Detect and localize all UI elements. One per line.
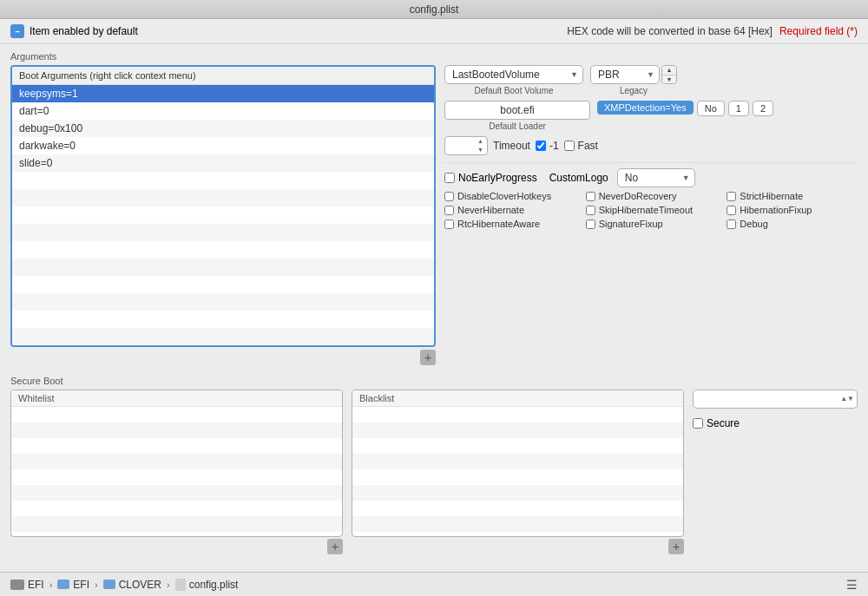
hibernation-fixup-label[interactable]: HibernationFixup: [727, 205, 858, 215]
strict-hibernate-checkbox[interactable]: [727, 192, 736, 201]
list-row: [11, 438, 342, 454]
hibernation-fixup-checkbox[interactable]: [727, 206, 736, 215]
xmp-no-option[interactable]: No: [697, 101, 725, 116]
breadcrumb-clover: CLOVER: [103, 579, 161, 591]
loader-row: Default Loader XMPDetection=Yes No 1 2: [444, 101, 858, 131]
legacy-stepper-up[interactable]: ▲: [662, 66, 676, 75]
breadcrumb-config: config.plist: [175, 579, 239, 591]
fast-label[interactable]: Fast: [564, 140, 598, 152]
breadcrumb-sep-1: ›: [49, 580, 53, 590]
secure-boot-section: Secure Boot Whitelist: [10, 376, 858, 554]
title-bar: config.plist: [0, 0, 868, 19]
file-config-icon: [175, 579, 186, 591]
list-item: [12, 259, 434, 276]
timeout-up[interactable]: ▲: [477, 137, 483, 146]
legacy-select[interactable]: PBR: [590, 65, 660, 84]
strict-hibernate-label[interactable]: StrictHibernate: [727, 191, 858, 201]
bottom-bar-right: ☰: [846, 578, 858, 592]
boot-volume-row: LastBootedVolume Default Boot Volume PBR: [444, 65, 858, 95]
signature-fixup-label[interactable]: SignatureFixup: [586, 219, 717, 229]
legacy-select-wrapper[interactable]: PBR: [590, 65, 660, 84]
window-title: config.plist: [410, 3, 459, 16]
list-item[interactable]: slide=0: [12, 154, 434, 172]
debug-checkbox[interactable]: [727, 219, 736, 229]
breadcrumb-sep-2: ›: [95, 580, 98, 590]
secure-select-wrapper[interactable]: [693, 390, 858, 409]
list-item: [12, 189, 434, 206]
list-row: [352, 422, 683, 438]
signature-fixup-checkbox[interactable]: [586, 219, 595, 229]
boot-args-list[interactable]: Boot Arguments (right click context menu…: [10, 65, 436, 347]
boot-volume-select-wrapper[interactable]: LastBootedVolume: [444, 65, 583, 84]
default-loader-container: Default Loader: [444, 101, 590, 131]
breadcrumb-config-label: config.plist: [189, 579, 239, 591]
xmp-1-option[interactable]: 1: [728, 101, 749, 116]
options-grid: DisableCloverHotkeys NeverDoRecovery Str…: [444, 191, 858, 229]
add-boot-arg-button[interactable]: +: [420, 350, 436, 365]
rtc-hibernate-aware-checkbox[interactable]: [444, 219, 454, 229]
boot-volume-select[interactable]: LastBootedVolume: [444, 65, 583, 84]
list-item: [12, 206, 434, 224]
drive-icon: [10, 580, 24, 590]
custom-logo-select-wrapper[interactable]: No: [617, 168, 695, 187]
never-hibernate-checkbox[interactable]: [444, 206, 454, 215]
disable-clover-hotkeys-label[interactable]: DisableCloverHotkeys: [444, 191, 575, 201]
breadcrumb-efi-folder: EFI: [57, 579, 89, 591]
custom-logo-select[interactable]: No: [617, 168, 695, 187]
rtc-hibernate-aware-label[interactable]: RtcHibernateAware: [444, 219, 575, 229]
legacy-stepper[interactable]: ▲ ▼: [661, 65, 677, 84]
disable-clover-hotkeys-checkbox[interactable]: [444, 192, 454, 201]
no-early-progress-checkbox[interactable]: [444, 173, 455, 183]
list-item: [12, 241, 434, 259]
list-item[interactable]: dart=0: [12, 102, 434, 120]
item-enabled-label: Item enabled by default: [30, 25, 138, 37]
skip-hibernate-timeout-label[interactable]: SkipHibernateTimeout: [586, 205, 717, 215]
fast-checkbox[interactable]: [564, 141, 575, 151]
item-enabled-icon[interactable]: –: [10, 24, 24, 38]
never-do-recovery-label[interactable]: NeverDoRecovery: [586, 191, 717, 201]
legacy-stepper-down[interactable]: ▼: [662, 75, 676, 84]
add-whitelist-button[interactable]: +: [327, 539, 343, 554]
timeout-input[interactable]: [449, 140, 470, 152]
boot-args-container: Boot Arguments (right click context menu…: [10, 65, 436, 365]
secure-checkbox[interactable]: [693, 418, 703, 429]
blacklist-footer: +: [352, 537, 684, 554]
secure-dropdown[interactable]: [693, 390, 858, 409]
never-hibernate-label[interactable]: NeverHibernate: [444, 205, 575, 215]
list-row: [352, 454, 683, 469]
whitelist-box[interactable]: Whitelist: [10, 390, 343, 537]
skip-hibernate-timeout-checkbox[interactable]: [586, 206, 595, 215]
xmp-2-option[interactable]: 2: [753, 101, 773, 116]
never-do-recovery-checkbox[interactable]: [586, 192, 595, 201]
list-item[interactable]: keepsyms=1: [12, 85, 434, 102]
secure-checkbox-label[interactable]: Secure: [693, 417, 858, 429]
add-blacklist-button[interactable]: +: [668, 539, 684, 554]
xmp-detection-button[interactable]: XMPDetection=Yes: [597, 101, 694, 115]
xmp-row: XMPDetection=Yes No 1 2: [597, 101, 773, 116]
boot-volume-container: LastBootedVolume Default Boot Volume: [444, 65, 583, 95]
hex-note: HEX code will be converted in base 64 [H…: [567, 25, 773, 37]
right-side-panel: Secure: [693, 390, 858, 554]
debug-label[interactable]: Debug: [727, 219, 858, 229]
secure-label: Secure: [707, 417, 740, 429]
blacklist-rows: [352, 407, 683, 532]
list-row: [11, 422, 342, 438]
hamburger-icon[interactable]: ☰: [846, 578, 858, 592]
whitelist-container: Whitelist +: [10, 390, 343, 554]
list-row: [352, 438, 683, 454]
list-item[interactable]: debug=0x100: [12, 120, 434, 137]
timeout-spinner[interactable]: ▲ ▼: [444, 136, 488, 155]
required-field: Required field (*): [779, 25, 858, 37]
secure-boot-label: Secure Boot: [10, 376, 858, 386]
timeout-minus1-checkbox[interactable]: [536, 141, 546, 151]
list-row: [11, 454, 342, 469]
list-row: [352, 501, 683, 516]
blacklist-box[interactable]: Blacklist: [352, 390, 684, 537]
list-item[interactable]: darkwake=0: [12, 137, 434, 154]
timeout-minus1-label[interactable]: -1: [536, 140, 559, 152]
timeout-down[interactable]: ▼: [477, 146, 483, 154]
spinner-btns[interactable]: ▲ ▼: [477, 137, 483, 154]
default-loader-input[interactable]: [444, 101, 590, 120]
no-early-progress-label[interactable]: NoEarlyProgress: [444, 172, 537, 184]
custom-logo-text: CustomLogo: [549, 172, 608, 184]
